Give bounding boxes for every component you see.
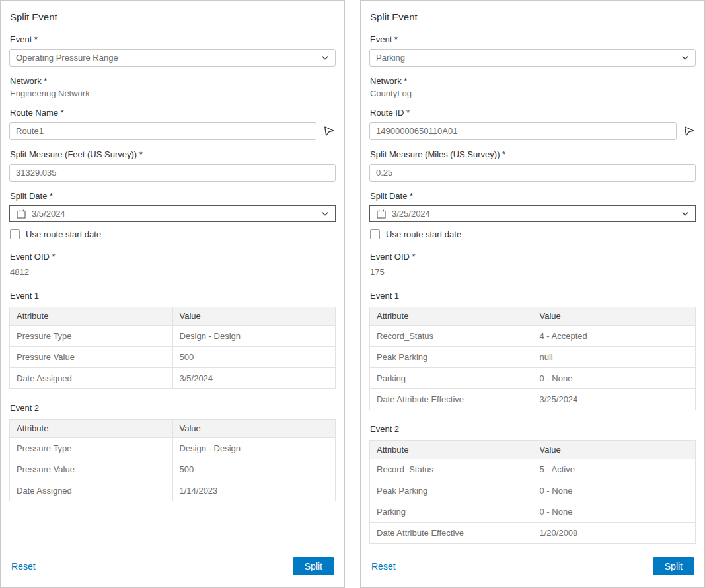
- event-select-value: Operating Pressure Range: [16, 53, 118, 63]
- use-route-start-date-checkbox[interactable]: [370, 229, 380, 239]
- table-header-row: Attribute Value: [370, 441, 696, 459]
- calendar-icon: [16, 209, 26, 219]
- split-measure-label: Split Measure (Miles (US Survey)) *: [370, 149, 696, 159]
- event2-section-title: Event 2: [370, 424, 696, 434]
- event-select[interactable]: Parking: [369, 49, 696, 67]
- table-row: Date Attribute Effective 1/20/2008: [370, 523, 696, 544]
- attribute-cell: Pressure Value: [10, 459, 173, 480]
- value-cell: 3/5/2024: [172, 368, 336, 389]
- attribute-cell: Pressure Type: [10, 438, 173, 459]
- route-label: Route ID *: [370, 108, 696, 118]
- chevron-down-icon: [321, 210, 329, 218]
- event-oid-label: Event OID *: [370, 252, 696, 262]
- use-route-start-date-checkbox[interactable]: [10, 229, 20, 239]
- value-cell: 500: [172, 347, 336, 368]
- attribute-cell: Peak Parking: [370, 480, 533, 501]
- table-row: Pressure Value 500: [10, 347, 336, 368]
- attribute-column-header: Attribute: [370, 441, 533, 459]
- table-row: Pressure Type Design - Design: [10, 438, 336, 459]
- table-row: Date Attribute Effective 3/25/2024: [370, 389, 696, 410]
- value-cell: 3/25/2024: [533, 389, 696, 410]
- table-row: Record_Status 4 - Accepted: [370, 326, 696, 347]
- split-measure-label: Split Measure (Feet (US Survey)) *: [10, 149, 336, 159]
- value-cell: 1/14/2023: [172, 480, 336, 501]
- chevron-down-icon: [681, 210, 689, 218]
- table-row: Peak Parking null: [370, 347, 696, 368]
- network-label: Network *: [370, 76, 696, 86]
- value-cell: 0 - None: [533, 480, 696, 501]
- value-cell: 0 - None: [533, 501, 696, 523]
- split-button[interactable]: Split: [293, 557, 334, 575]
- event1-table: Attribute Value Pressure Type Design - D…: [9, 307, 336, 389]
- attribute-cell: Date Attribute Effective: [370, 523, 533, 544]
- table-row: Peak Parking 0 - None: [370, 480, 696, 501]
- event1-table: Attribute Value Record_Status 4 - Accept…: [369, 307, 696, 410]
- use-route-start-date-label: Use route start date: [386, 229, 461, 239]
- attribute-cell: Date Assigned: [10, 368, 173, 389]
- event-label: Event *: [370, 34, 696, 44]
- value-cell: 5 - Active: [533, 459, 696, 480]
- event-select[interactable]: Operating Pressure Range: [9, 49, 336, 67]
- split-date-value: 3/25/2024: [392, 209, 430, 219]
- attribute-cell: Parking: [370, 368, 533, 389]
- table-row: Date Assigned 3/5/2024: [10, 368, 336, 389]
- network-label: Network *: [10, 76, 336, 86]
- split-measure-input[interactable]: [369, 164, 696, 182]
- event-oid-value: 175: [370, 267, 696, 277]
- calendar-icon: [376, 209, 387, 219]
- route-input[interactable]: [9, 122, 316, 140]
- split-event-panel-left: Split Event Event * Operating Pressure R…: [0, 0, 345, 588]
- value-cell: 1/20/2008: [533, 523, 696, 544]
- value-cell: 4 - Accepted: [533, 326, 696, 347]
- event1-section-title: Event 1: [10, 291, 336, 301]
- attribute-column-header: Attribute: [10, 307, 173, 326]
- event-oid-value: 4812: [10, 267, 336, 277]
- split-date-label: Split Date *: [370, 191, 696, 201]
- value-cell: Design - Design: [172, 438, 336, 459]
- attribute-column-header: Attribute: [10, 420, 173, 438]
- reset-button[interactable]: Reset: [371, 561, 396, 571]
- table-row: Parking 0 - None: [370, 501, 696, 523]
- attribute-column-header: Attribute: [370, 307, 533, 326]
- split-button[interactable]: Split: [653, 557, 694, 575]
- attribute-cell: Date Assigned: [10, 480, 173, 501]
- chevron-down-icon: [321, 54, 329, 62]
- reset-button[interactable]: Reset: [11, 561, 36, 571]
- attribute-cell: Record_Status: [370, 459, 533, 480]
- attribute-cell: Pressure Value: [10, 347, 173, 368]
- value-column-header: Value: [172, 307, 336, 326]
- table-row: Date Assigned 1/14/2023: [10, 480, 336, 501]
- table-row: Pressure Type Design - Design: [10, 326, 336, 347]
- event-select-value: Parking: [376, 53, 405, 63]
- network-value: Engineering Network: [10, 89, 336, 98]
- select-route-on-map-icon[interactable]: [322, 125, 336, 138]
- select-route-on-map-icon[interactable]: [683, 125, 696, 138]
- workspace: Split Event Event * Operating Pressure R…: [0, 0, 705, 588]
- split-date-picker[interactable]: 3/25/2024: [369, 205, 696, 222]
- split-event-panel-right: Split Event Event * Parking Network * Co…: [360, 0, 705, 588]
- split-measure-input[interactable]: [9, 164, 336, 182]
- value-cell: 0 - None: [533, 368, 696, 389]
- value-column-header: Value: [533, 441, 696, 459]
- value-column-header: Value: [533, 307, 696, 326]
- value-cell: 500: [172, 459, 336, 480]
- attribute-cell: Record_Status: [370, 326, 533, 347]
- page-title: Split Event: [370, 11, 696, 22]
- split-date-label: Split Date *: [10, 191, 336, 201]
- split-date-picker[interactable]: 3/5/2024: [9, 205, 336, 222]
- route-label: Route Name *: [10, 108, 336, 118]
- attribute-cell: Parking: [370, 501, 533, 523]
- network-value: CountyLog: [370, 89, 696, 98]
- value-cell: Design - Design: [172, 326, 336, 347]
- value-column-header: Value: [172, 420, 336, 438]
- attribute-cell: Date Attribute Effective: [370, 389, 533, 410]
- table-row: Parking 0 - None: [370, 368, 696, 389]
- value-cell: null: [533, 347, 696, 368]
- table-header-row: Attribute Value: [370, 307, 696, 326]
- table-header-row: Attribute Value: [10, 420, 336, 438]
- event-label: Event *: [10, 34, 336, 44]
- event2-table: Attribute Value Pressure Type Design - D…: [9, 419, 336, 501]
- route-input[interactable]: [369, 122, 677, 140]
- use-route-start-date-label: Use route start date: [26, 229, 101, 239]
- event1-section-title: Event 1: [370, 291, 696, 301]
